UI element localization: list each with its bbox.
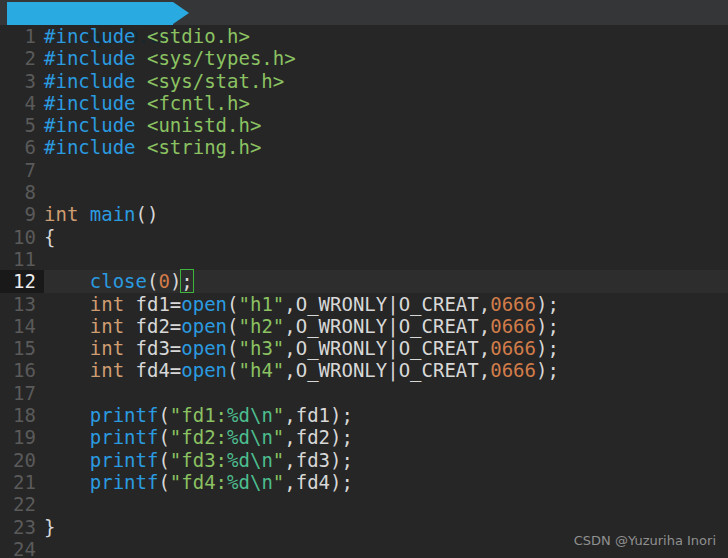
code-line[interactable]: 20 printf("fd3:%d\n",fd3);: [0, 449, 728, 471]
code-line[interactable]: 15 int fd3=open("h3",O_WRONLY|O_CREAT,06…: [0, 337, 728, 359]
token-kw: #include: [44, 136, 136, 158]
token-pl: [136, 25, 147, 47]
token-kw: printf: [90, 404, 159, 426]
token-str: "fd4:: [170, 471, 227, 493]
token-pl: [136, 92, 147, 114]
code-line[interactable]: 8: [0, 181, 728, 203]
token-esc: %d\n: [227, 471, 273, 493]
line-number: 8: [0, 181, 44, 203]
token-str: "h3": [239, 337, 285, 359]
code-text: int fd1=open("h1",O_WRONLY|O_CREAT,0666)…: [44, 293, 728, 315]
token-pl: [44, 315, 90, 337]
token-kw: main: [90, 203, 136, 225]
token-kw: open: [181, 293, 227, 315]
line-number: 19: [0, 426, 44, 448]
code-text: #include <unistd.h>: [44, 114, 728, 136]
token-kw: #include: [44, 92, 136, 114]
code-line[interactable]: 4#include <fcntl.h>: [0, 92, 728, 114]
code-text: int fd2=open("h2",O_WRONLY|O_CREAT,0666)…: [44, 315, 728, 337]
code-line[interactable]: 12 close(0);: [0, 270, 728, 292]
code-line[interactable]: 22: [0, 493, 728, 515]
token-ty: int: [90, 315, 124, 337]
token-num: 0666: [490, 293, 536, 315]
line-number: 3: [0, 70, 44, 92]
token-pl: [78, 203, 89, 225]
token-str: <string.h>: [147, 136, 261, 158]
code-line[interactable]: 1#include <stdio.h>: [0, 25, 728, 47]
token-pl: fd4=: [124, 359, 181, 381]
token-str: ": [273, 471, 284, 493]
token-str: ": [273, 426, 284, 448]
code-line[interactable]: 11: [0, 248, 728, 270]
token-str: ": [273, 404, 284, 426]
token-pl: [44, 471, 90, 493]
line-number: 4: [0, 92, 44, 114]
code-line[interactable]: 16 int fd4=open("h4",O_WRONLY|O_CREAT,06…: [0, 359, 728, 381]
token-pl: ,fd4);: [284, 471, 353, 493]
token-str: <fcntl.h>: [147, 92, 250, 114]
code-text: close(0);: [44, 270, 728, 292]
code-line[interactable]: 3#include <sys/stat.h>: [0, 70, 728, 92]
token-pl: fd2=: [124, 315, 181, 337]
token-pl: [44, 359, 90, 381]
token-pl: [136, 114, 147, 136]
token-pl: [44, 404, 90, 426]
code-text: #include <string.h>: [44, 136, 728, 158]
token-pl: }: [44, 516, 55, 538]
code-line[interactable]: 17: [0, 382, 728, 404]
token-num: 0666: [490, 337, 536, 359]
line-number: 15: [0, 337, 44, 359]
token-kw: #include: [44, 47, 136, 69]
code-line[interactable]: 13 int fd1=open("h1",O_WRONLY|O_CREAT,06…: [0, 293, 728, 315]
code-line[interactable]: 19 printf("fd2:%d\n",fd2);: [0, 426, 728, 448]
token-kw: close: [90, 270, 147, 292]
token-pl: ,fd3);: [284, 449, 353, 471]
token-kw: open: [181, 315, 227, 337]
token-pl: (: [147, 270, 158, 292]
token-str: "fd1:: [170, 404, 227, 426]
code-text: int fd4=open("h4",O_WRONLY|O_CREAT,0666)…: [44, 359, 728, 381]
token-kw: #include: [44, 70, 136, 92]
tab-sysio[interactable]: sysIO.c+: [7, 2, 173, 25]
code-line[interactable]: 7: [0, 159, 728, 181]
token-str: "fd2:: [170, 426, 227, 448]
token-pl: ,O_WRONLY|O_CREAT,: [284, 359, 490, 381]
token-pl: {: [44, 226, 55, 248]
code-area[interactable]: 1#include <stdio.h>2#include <sys/types.…: [0, 25, 728, 558]
token-pl: (: [227, 359, 238, 381]
token-pl: );: [536, 337, 559, 359]
editor-window: sysIO.c+ 1#include <stdio.h>2#include <s…: [0, 0, 728, 558]
code-text: int fd3=open("h3",O_WRONLY|O_CREAT,0666)…: [44, 337, 728, 359]
token-pl: (: [158, 426, 169, 448]
token-esc: %d\n: [227, 426, 273, 448]
code-line[interactable]: 9int main(): [0, 203, 728, 225]
code-line[interactable]: 10{: [0, 226, 728, 248]
token-kw: printf: [90, 426, 159, 448]
line-number: 20: [0, 449, 44, 471]
token-str: <unistd.h>: [147, 114, 261, 136]
line-number: 5: [0, 114, 44, 136]
code-line[interactable]: 2#include <sys/types.h>: [0, 47, 728, 69]
token-str: "h2": [239, 315, 285, 337]
code-line[interactable]: 21 printf("fd4:%d\n",fd4);: [0, 471, 728, 493]
code-text: int main(): [44, 203, 728, 225]
line-number: 16: [0, 359, 44, 381]
code-line[interactable]: 14 int fd2=open("h2",O_WRONLY|O_CREAT,06…: [0, 315, 728, 337]
token-num: 0666: [490, 315, 536, 337]
code-text: #include <sys/types.h>: [44, 47, 728, 69]
token-pl: ,fd2);: [284, 426, 353, 448]
token-kw: printf: [90, 471, 159, 493]
line-number: 24: [0, 538, 44, 558]
token-pl: ,fd1);: [284, 404, 353, 426]
code-line[interactable]: 5#include <unistd.h>: [0, 114, 728, 136]
token-str: ": [273, 449, 284, 471]
token-num: 0666: [490, 359, 536, 381]
token-str: <sys/types.h>: [147, 47, 296, 69]
token-kw: #include: [44, 25, 136, 47]
token-pl: );: [536, 359, 559, 381]
code-text: [44, 159, 728, 181]
code-line[interactable]: 18 printf("fd1:%d\n",fd1);: [0, 404, 728, 426]
token-esc: %d\n: [227, 404, 273, 426]
code-line[interactable]: 6#include <string.h>: [0, 136, 728, 158]
watermark: CSDN @Yuzuriha Inori: [574, 533, 716, 548]
